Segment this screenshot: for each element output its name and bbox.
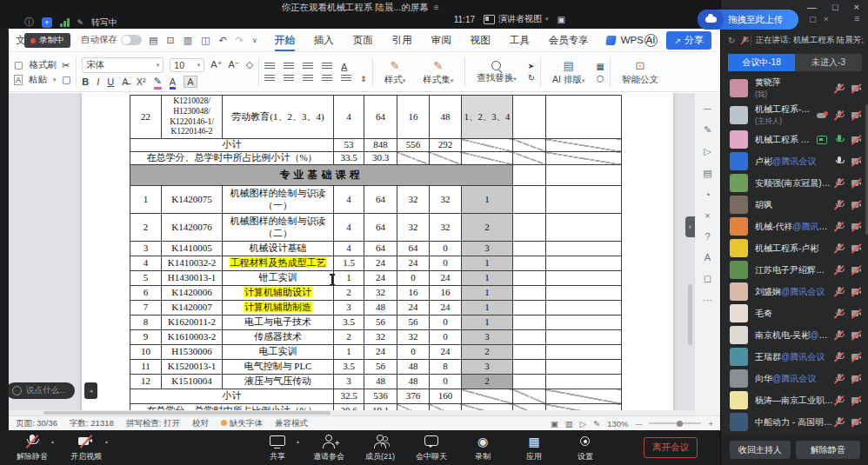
- expand-icon[interactable]: ∨: [252, 37, 257, 44]
- collapse-panel-tab[interactable]: ‹: [685, 216, 695, 237]
- sidebar-tab-会议中-18[interactable]: 会议中-18: [728, 54, 795, 71]
- smart-doc-button[interactable]: ⊡ 智能公文: [616, 59, 664, 86]
- view-mode-selector[interactable]: 演讲者视图 ▾: [484, 13, 549, 25]
- leave-meeting-button[interactable]: 离开会议: [644, 437, 698, 458]
- view-mode-2-icon[interactable]: ▥: [565, 419, 573, 428]
- shape-icon[interactable]: ⬡: [596, 74, 604, 83]
- toolbar-应用[interactable]: ▦应用: [514, 434, 554, 462]
- missing-font-warning[interactable]: 缺失字体: [221, 418, 263, 429]
- toolbar-开启视频[interactable]: ▴开启视频: [66, 434, 106, 462]
- number-list-icon[interactable]: [284, 63, 294, 70]
- tab-工具[interactable]: 工具: [501, 29, 538, 51]
- toolbar-会中聊天[interactable]: 会中聊天: [411, 434, 451, 462]
- status-item-4[interactable]: 校对: [192, 418, 209, 429]
- side-tool-icon-4[interactable]: ▤: [703, 168, 711, 179]
- bold-icon[interactable]: B: [82, 76, 89, 87]
- refresh-icon[interactable]: ↻: [728, 36, 735, 45]
- view-mode-1-icon[interactable]: ▣: [551, 419, 558, 428]
- side-tool-icon-10[interactable]: ⋯: [703, 295, 712, 306]
- strike-icon[interactable]: A̶: [122, 76, 128, 87]
- redo-icon[interactable]: ↷: [236, 35, 244, 46]
- share-button[interactable]: ↗分享: [666, 31, 711, 50]
- reclaim-host-button[interactable]: 收回主持人: [730, 441, 791, 459]
- font-size-select[interactable]: 10▾: [170, 58, 204, 72]
- toolbar-共享[interactable]: ▴共享: [257, 434, 297, 462]
- superscript-icon[interactable]: X²: [137, 76, 146, 87]
- tab-会员专享[interactable]: 会员专享: [540, 29, 598, 51]
- meeting-info-icon[interactable]: ⓘ: [24, 16, 34, 29]
- compat-mode-label[interactable]: 兼容模式: [275, 418, 308, 429]
- bullet-list-icon[interactable]: [264, 63, 275, 70]
- participant-row[interactable]: 机械工程系 陆晨芳: [721, 129, 868, 150]
- participant-row[interactable]: 安顺强(南京冠晨)@腾讯会议: [721, 172, 868, 194]
- tab-引用[interactable]: 引用: [384, 29, 421, 51]
- styleset-button[interactable]: ✎ 样式集▾: [417, 59, 459, 86]
- document-page[interactable]: 22K1210028/ H1230048/ K1220146-1/ K12201…: [82, 93, 673, 415]
- side-tool-icon-9[interactable]: ◻: [704, 273, 711, 284]
- fullscreen-icon[interactable]: ▣: [558, 15, 565, 24]
- participant-row[interactable]: 机械-代祥@腾讯会议: [721, 216, 868, 237]
- participant-row[interactable]: 卢彬@腾讯会议: [721, 150, 868, 172]
- status-item-3[interactable]: 拼写检查: 打开: [126, 418, 180, 429]
- participant-row[interactable]: 中船动力 - 高国明@腾讯会议: [721, 411, 868, 433]
- document-scrollbar[interactable]: [688, 284, 692, 345]
- close-button[interactable]: ×: [854, 2, 859, 12]
- participant-row[interactable]: 胡飒: [721, 194, 868, 216]
- ai-layout-button[interactable]: ▤ AI 排版▾: [546, 59, 591, 86]
- print-icon[interactable]: ▥: [184, 35, 192, 46]
- participant-row[interactable]: 南京机电-吴彬@腾讯会议: [721, 324, 868, 346]
- unmute-all-button[interactable]: 解除静音: [796, 441, 860, 459]
- toolbar-录制[interactable]: ◉录制: [463, 434, 503, 462]
- char-shading-icon[interactable]: A: [184, 76, 197, 88]
- participant-row[interactable]: 王瑞群@腾讯会议: [721, 346, 868, 368]
- side-tool-icon-6[interactable]: ×: [704, 210, 710, 221]
- export-icon[interactable]: ⊡: [166, 35, 174, 46]
- side-tool-icon-8[interactable]: A: [704, 252, 711, 262]
- cloud-upload-icon[interactable]: ↑: [644, 34, 658, 47]
- side-tool-icon-2[interactable]: ✎: [704, 124, 711, 136]
- copy-icon[interactable]: ▢: [62, 74, 70, 85]
- decrease-font-icon[interactable]: A⁻: [228, 59, 239, 70]
- say-something-pill[interactable]: 说点什么...: [6, 382, 75, 399]
- participant-row[interactable]: 向华@腾讯会议: [721, 368, 868, 389]
- zoom-out-icon[interactable]: —: [635, 420, 642, 428]
- participant-row[interactable]: 刘盛娴@腾讯会议: [721, 281, 868, 302]
- tab-审阅[interactable]: 审阅: [423, 29, 460, 51]
- autosave-toggle[interactable]: 自动保存: [81, 34, 142, 46]
- participant-row[interactable]: 机械工程系-晶晶(主持人): [721, 102, 868, 129]
- align-right-icon[interactable]: [303, 75, 313, 83]
- minimize-button[interactable]: —: [807, 2, 817, 12]
- underline-icon[interactable]: U: [107, 76, 114, 87]
- tab-视图[interactable]: 视图: [462, 29, 499, 51]
- rotate-icon[interactable]: ↻: [528, 73, 535, 83]
- align-center-icon[interactable]: [284, 75, 294, 83]
- participant-row[interactable]: 毛奇: [721, 302, 868, 324]
- toolbar-解除静音[interactable]: ▴解除静音: [12, 434, 52, 462]
- find-replace-button[interactable]: 查找替换▾: [471, 61, 523, 84]
- distribute-icon[interactable]: [341, 75, 351, 83]
- toolbar-成员(21)[interactable]: 成员(21): [360, 434, 400, 462]
- sidebar-tab-未进入-3[interactable]: 未进入-3: [795, 54, 862, 71]
- popout-icon[interactable]: ▢: [809, 14, 817, 23]
- font-color-icon[interactable]: A: [170, 76, 176, 87]
- status-item-2[interactable]: 字数: 21318: [70, 418, 114, 429]
- zoom-slider[interactable]: [649, 422, 701, 424]
- participant-row[interactable]: 杨涛—南京工业职业技...@腾讯...: [721, 389, 868, 411]
- highlight-color-icon[interactable]: ✎: [154, 76, 162, 87]
- participant-row[interactable]: 黄晓萍(我): [721, 75, 868, 102]
- indent-icon[interactable]: [322, 63, 332, 70]
- side-tool-icon-3[interactable]: ▷: [704, 146, 711, 157]
- clear-format-icon[interactable]: ◇: [246, 59, 253, 70]
- line-spacing-icon[interactable]: ⇕: [360, 75, 367, 83]
- align-left-icon[interactable]: [264, 75, 275, 83]
- layout-box-icon[interactable]: ▦: [596, 62, 604, 71]
- tab-开始[interactable]: 开始: [266, 29, 304, 51]
- undo-icon[interactable]: ↶: [218, 35, 226, 46]
- tab-页面[interactable]: 页面: [344, 29, 382, 51]
- outdent-icon[interactable]: [303, 63, 313, 70]
- paste-button[interactable]: 粘贴: [29, 74, 47, 86]
- participant-row[interactable]: 江苏电子尹绍辉@腾讯会议: [721, 259, 868, 281]
- cut-icon[interactable]: ✂: [62, 60, 70, 71]
- select-cursor-icon[interactable]: ➤: [528, 62, 535, 70]
- side-tool-icon-1[interactable]: ─: [704, 103, 711, 114]
